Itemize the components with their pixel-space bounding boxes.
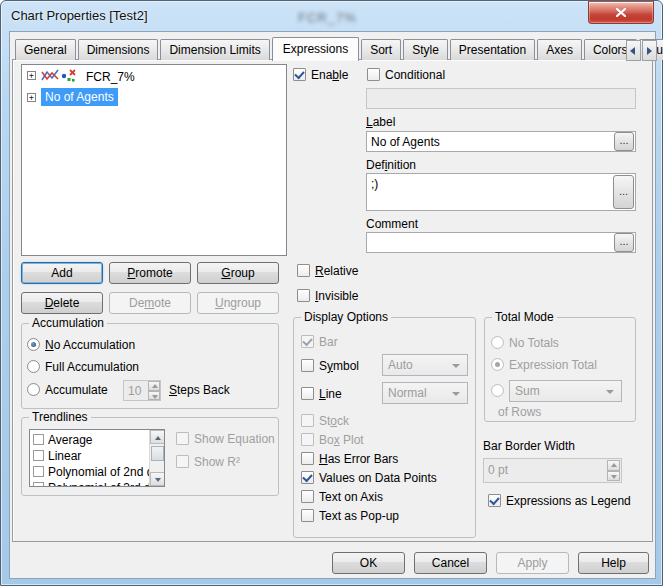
function-total-radio: [491, 384, 504, 397]
trendline-item[interactable]: Polynomial of 2nd d: [48, 465, 163, 479]
spin-up-icon: [607, 460, 620, 471]
tab-scroll-right-button[interactable]: [642, 40, 657, 61]
help-button[interactable]: Help: [578, 552, 649, 574]
trendline-item[interactable]: Linear: [48, 449, 163, 463]
label-browse-button[interactable]: ...: [614, 132, 634, 151]
trendlines-scrollbar[interactable]: [149, 430, 165, 486]
comment-caption: Comment: [366, 218, 418, 231]
scroll-up-button[interactable]: [150, 430, 165, 444]
no-accumulation-label: No Accumulation: [45, 339, 135, 352]
symbol-checkbox[interactable]: [301, 359, 314, 372]
delete-button[interactable]: Delete: [21, 292, 103, 314]
definition-input[interactable]: ;): [366, 173, 636, 211]
tab-expressions[interactable]: Expressions: [272, 37, 359, 61]
definition-browse-button[interactable]: ...: [613, 175, 634, 209]
chevron-left-icon: [630, 47, 635, 55]
close-button[interactable]: [588, 1, 654, 24]
relative-checkbox[interactable]: [297, 264, 310, 277]
tab-sort[interactable]: Sort: [361, 39, 401, 60]
expressions-as-legend-checkbox[interactable]: [488, 494, 501, 507]
label-caption: Label: [366, 116, 395, 129]
trendlines-list[interactable]: Average Linear Polynomial of 2nd d Polyn…: [29, 429, 165, 487]
bar-border-spin-buttons: [607, 460, 620, 481]
chart-properties-dialog: Chart Properties [Test2] FCR_7% General …: [0, 0, 663, 586]
spin-down-icon: [607, 471, 620, 482]
cancel-button[interactable]: Cancel: [414, 552, 487, 574]
definition-caption: Definition: [366, 159, 416, 172]
text-on-axis-label: Text on Axis: [319, 491, 383, 504]
window-title: Chart Properties [Test2]: [11, 8, 148, 23]
expression-total-radio: [491, 358, 504, 371]
tree-item-no-of-agents[interactable]: No of Agents: [41, 88, 118, 106]
tree-item-fcr7[interactable]: FCR_7%: [86, 70, 135, 84]
text-as-popup-label: Text as Pop-up: [319, 510, 399, 523]
tab-style[interactable]: Style: [403, 39, 448, 60]
values-on-data-points-label: Values on Data Points: [319, 472, 437, 485]
no-accumulation-radio[interactable]: [27, 338, 40, 351]
label-input[interactable]: No of Agents: [366, 131, 636, 152]
tab-dimensions[interactable]: Dimensions: [78, 39, 159, 60]
text-on-axis-checkbox[interactable]: [301, 490, 314, 503]
show-equation-checkbox: [176, 432, 189, 445]
comment-input[interactable]: [366, 232, 636, 253]
bar-checkbox: [301, 335, 314, 348]
of-rows-label: of Rows: [498, 406, 541, 419]
symbol-style-dropdown: Auto: [382, 354, 468, 376]
expression-tree[interactable]: + FCR_7% + No of Agents: [21, 64, 287, 256]
trendline-item[interactable]: Polynomial of 3rd d: [48, 481, 163, 487]
display-options-title: Display Options: [301, 311, 391, 324]
trendline-item[interactable]: Average: [48, 433, 163, 447]
tab-presentation[interactable]: Presentation: [450, 39, 535, 60]
full-accumulation-radio[interactable]: [27, 360, 40, 373]
promote-button[interactable]: Promote: [109, 262, 191, 284]
polynomial2-checkbox[interactable]: [33, 466, 44, 477]
group-button[interactable]: Group: [197, 262, 279, 284]
average-checkbox[interactable]: [33, 434, 44, 445]
expand-icon[interactable]: +: [27, 93, 36, 102]
no-totals-radio: [491, 336, 504, 349]
chevron-right-icon: [647, 47, 652, 55]
polynomial3-checkbox[interactable]: [33, 482, 44, 487]
tab-dimension-limits[interactable]: Dimension Limits: [160, 39, 269, 60]
expression-total-label: Expression Total: [509, 359, 597, 372]
scroll-down-button[interactable]: [150, 472, 165, 486]
tab-scroller: [626, 40, 657, 59]
box-plot-checkbox: [301, 433, 314, 446]
line-chart-icon: [41, 68, 59, 85]
tab-general[interactable]: General: [15, 39, 76, 60]
box-plot-label: Box Plot: [319, 434, 364, 447]
text-as-popup-checkbox[interactable]: [301, 509, 314, 522]
tab-scroll-left-button[interactable]: [626, 40, 641, 61]
no-totals-label: No Totals: [509, 337, 559, 350]
conditional-input: [366, 88, 636, 109]
enable-label: Enable: [311, 69, 348, 82]
arrow-up-icon: [155, 436, 161, 440]
expand-icon[interactable]: +: [27, 71, 36, 80]
ungroup-button: Ungroup: [197, 292, 279, 314]
apply-button: Apply: [496, 552, 569, 574]
invisible-checkbox[interactable]: [297, 289, 310, 302]
comment-browse-button[interactable]: ...: [614, 233, 634, 252]
add-button[interactable]: Add: [21, 262, 103, 284]
line-checkbox[interactable]: [301, 387, 314, 400]
symbol-label: Symbol: [319, 360, 359, 373]
values-on-data-points-checkbox[interactable]: [301, 471, 314, 484]
spin-down-icon[interactable]: [148, 391, 160, 401]
trendlines-title: Trendlines: [29, 411, 91, 424]
spin-up-icon[interactable]: [148, 381, 160, 391]
scatter-symbol-icon: [61, 69, 76, 85]
tab-axes[interactable]: Axes: [537, 39, 582, 60]
bar-border-width-label: Bar Border Width: [483, 440, 575, 453]
expressions-as-legend-label: Expressions as Legend: [506, 495, 631, 508]
arrow-down-icon: [155, 478, 161, 482]
linear-checkbox[interactable]: [33, 450, 44, 461]
enable-checkbox[interactable]: [293, 68, 306, 81]
ok-button[interactable]: OK: [332, 552, 405, 574]
conditional-label: Conditional: [385, 69, 445, 82]
scrollbar-thumb[interactable]: [151, 446, 164, 461]
accumulate-radio[interactable]: [27, 383, 40, 396]
conditional-checkbox[interactable]: [367, 68, 380, 81]
show-equation-label: Show Equation: [194, 433, 275, 446]
has-error-bars-checkbox[interactable]: [301, 452, 314, 465]
relative-label: Relative: [315, 265, 358, 278]
